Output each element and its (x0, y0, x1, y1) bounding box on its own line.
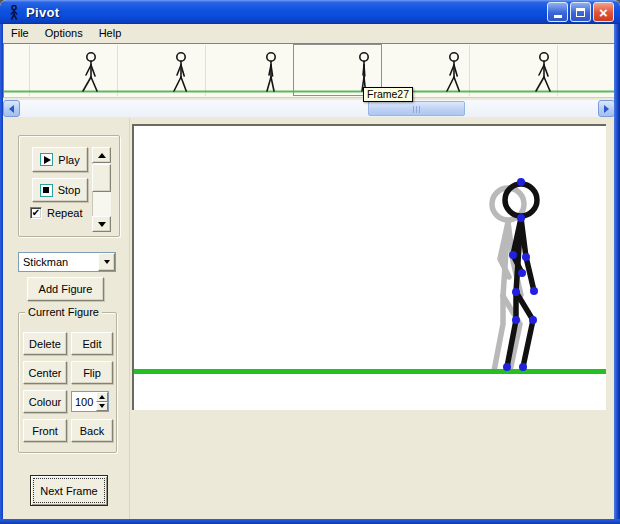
frame-tooltip: Frame27 (363, 87, 413, 102)
control-panel: Play Stop ✔ Repeat Stickman Add Figure C… (3, 118, 130, 519)
menu-file[interactable]: File (3, 25, 37, 41)
flip-label: Flip (83, 367, 101, 379)
menu-help[interactable]: Help (91, 25, 130, 41)
frame-thumbnail[interactable] (174, 53, 186, 91)
frame-thumbnail[interactable] (360, 53, 368, 91)
speed-up-button[interactable] (92, 147, 111, 163)
window-title: Pivot (26, 5, 59, 20)
figure-select-value: Stickman (19, 256, 98, 268)
center-button[interactable]: Center (23, 361, 67, 384)
scale-down-button[interactable] (96, 402, 108, 412)
colour-button[interactable]: Colour (23, 390, 67, 413)
joint-handle[interactable] (517, 178, 525, 186)
colour-label: Colour (29, 396, 61, 408)
scroll-right-button[interactable] (598, 100, 615, 117)
joint-handle[interactable] (517, 214, 525, 222)
window-border-left (0, 24, 3, 524)
play-icon (40, 153, 53, 166)
frame-thumbnail[interactable] (83, 53, 97, 91)
speed-scrollbar[interactable] (92, 147, 111, 232)
repeat-checkbox[interactable]: ✔ (30, 207, 42, 219)
filmstrip-frames[interactable] (4, 44, 614, 97)
maximize-icon (576, 8, 585, 17)
scrollbar-thumb[interactable] (368, 101, 465, 116)
add-figure-button[interactable]: Add Figure (27, 277, 104, 301)
minimize-icon (554, 15, 562, 18)
front-button[interactable]: Front (23, 419, 67, 442)
next-frame-button[interactable]: Next Frame (30, 475, 108, 506)
animation-canvas[interactable] (132, 124, 606, 410)
back-button[interactable]: Back (71, 419, 113, 442)
center-label: Center (28, 367, 61, 379)
speed-down-button[interactable] (92, 216, 111, 232)
filmstrip-scrollbar[interactable] (3, 100, 615, 117)
scale-up-button[interactable] (96, 392, 108, 402)
add-figure-label: Add Figure (39, 283, 93, 295)
joint-handle[interactable] (530, 287, 538, 295)
joint-handle[interactable] (529, 316, 537, 324)
speed-thumb[interactable] (92, 164, 111, 192)
close-button[interactable]: × (593, 2, 614, 22)
app-window: Pivot × File Options Help Frame27 Play S… (0, 0, 620, 524)
app-icon (6, 4, 22, 20)
edit-button[interactable]: Edit (71, 332, 113, 355)
menu-options[interactable]: Options (37, 25, 91, 41)
edit-label: Edit (83, 338, 102, 350)
stop-button[interactable]: Stop (32, 178, 88, 202)
back-label: Back (80, 425, 104, 437)
joint-handle[interactable] (518, 269, 526, 277)
joint-handle[interactable] (503, 363, 511, 371)
joint-handle[interactable] (519, 363, 527, 371)
current-figure-title: Current Figure (25, 306, 102, 318)
title-bar: Pivot × (0, 0, 620, 24)
joint-handle[interactable] (509, 251, 517, 259)
play-button[interactable]: Play (32, 147, 88, 172)
window-border-right (614, 24, 620, 524)
filmstrip[interactable] (3, 43, 615, 98)
spin-down-icon (99, 404, 105, 408)
front-label: Front (32, 425, 58, 437)
delete-button[interactable]: Delete (23, 332, 67, 355)
combo-dropdown-button[interactable] (98, 253, 115, 271)
arrow-up-icon (98, 153, 106, 158)
focus-ring (34, 479, 104, 502)
stop-icon (40, 184, 53, 197)
spin-up-icon (99, 395, 105, 399)
stop-label: Stop (58, 184, 81, 196)
figure-select[interactable]: Stickman (18, 252, 116, 272)
joint-handle[interactable] (522, 253, 530, 261)
window-border-bottom (0, 519, 620, 524)
menu-bar: File Options Help (3, 24, 614, 42)
delete-label: Delete (29, 338, 61, 350)
close-icon: × (599, 5, 608, 20)
joint-handle[interactable] (512, 316, 520, 324)
repeat-label: Repeat (47, 207, 82, 219)
check-icon: ✔ (32, 208, 40, 218)
minimize-button[interactable] (547, 2, 568, 22)
scale-value: 100 (72, 392, 96, 411)
chevron-right-icon (604, 105, 609, 113)
arrow-down-icon (98, 222, 106, 227)
frame-thumbnail[interactable] (447, 53, 459, 91)
joint-handle[interactable] (512, 288, 520, 296)
play-label: Play (58, 154, 79, 166)
flip-button[interactable]: Flip (71, 361, 113, 384)
scale-spinner[interactable]: 100 (71, 391, 109, 412)
maximize-button[interactable] (570, 2, 591, 22)
ground-line (134, 369, 606, 374)
chevron-left-icon (9, 105, 14, 113)
frame-thumbnail[interactable] (267, 53, 275, 91)
chevron-down-icon (104, 260, 110, 264)
scroll-left-button[interactable] (3, 100, 20, 117)
frame-thumbnail[interactable] (536, 53, 550, 91)
stick-figure-canvas[interactable] (134, 126, 606, 410)
